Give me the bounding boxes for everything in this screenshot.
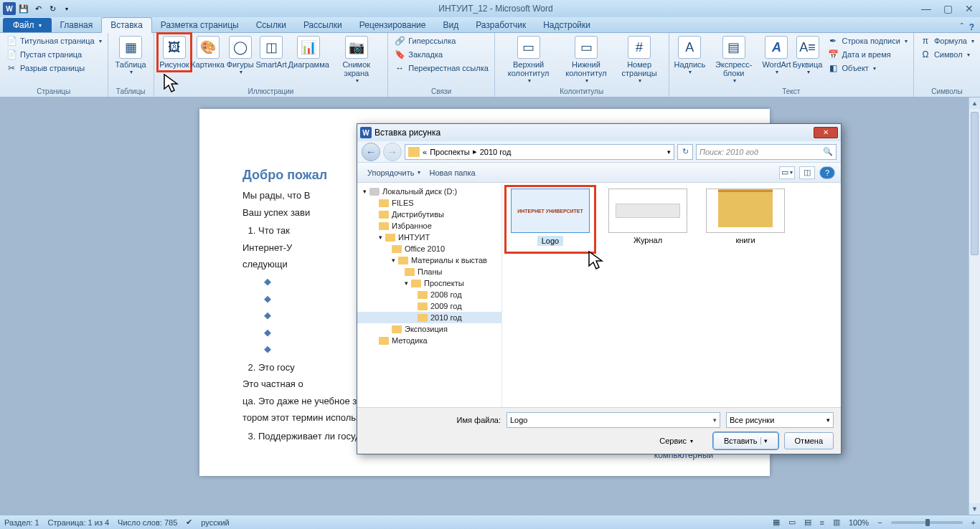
expand-icon[interactable]: ▾: [379, 234, 382, 241]
filename-input[interactable]: Logo▾: [507, 412, 720, 428]
folder-tree[interactable]: ▾Локальный диск (D:) FILES Дистрибутивы …: [357, 183, 502, 407]
word-icon: W: [360, 127, 372, 138]
refresh-button[interactable]: ↻: [677, 144, 693, 160]
undo-icon[interactable]: ↶: [32, 2, 44, 15]
help-icon[interactable]: ?: [969, 22, 974, 32]
folder-icon: [379, 199, 389, 207]
tab-layout[interactable]: Разметка страницы: [152, 18, 248, 32]
zoom-slider[interactable]: [891, 521, 963, 524]
save-icon[interactable]: 💾: [17, 2, 30, 15]
view-outline-icon[interactable]: ≡: [820, 518, 824, 527]
tab-references[interactable]: Ссылки: [248, 18, 295, 32]
search-input[interactable]: Поиск: 2010 год 🔍: [696, 144, 837, 160]
scroll-down-icon[interactable]: ▼: [969, 503, 980, 515]
insert-button[interactable]: Вставить▾: [713, 432, 778, 449]
folder-icon: [392, 325, 402, 333]
page-number-button[interactable]: # Номер страницы▾: [615, 34, 664, 85]
symbol-button[interactable]: ΩСимвол▾: [918, 48, 976, 61]
view-print-layout-icon[interactable]: ▦: [773, 518, 780, 527]
table-button[interactable]: ▦ Таблица▾: [113, 34, 149, 77]
expand-icon[interactable]: ▾: [392, 257, 395, 264]
blank-page-button[interactable]: 📄Пустая страница: [4, 48, 103, 61]
page-break-button[interactable]: ✂Разрыв страницы: [4, 62, 103, 75]
tab-insert[interactable]: Вставка: [101, 17, 152, 33]
zoom-out-button[interactable]: −: [877, 518, 882, 527]
new-folder-button[interactable]: Новая папка: [425, 167, 479, 178]
dialog-close-button[interactable]: ✕: [814, 127, 838, 138]
smartart-button[interactable]: ◫ SmartArt: [255, 34, 288, 70]
nav-forward-button[interactable]: →: [383, 143, 402, 161]
cancel-button[interactable]: Отмена: [784, 432, 834, 449]
expand-icon[interactable]: ▾: [405, 280, 408, 287]
zoom-level[interactable]: 100%: [849, 518, 869, 527]
tab-home[interactable]: Главная: [52, 18, 102, 32]
scroll-up-icon[interactable]: ▲: [969, 97, 980, 109]
chevron-down-icon[interactable]: ▾: [667, 148, 671, 156]
hyperlink-button[interactable]: 🔗Гиперссылка: [392, 34, 490, 47]
spellcheck-icon[interactable]: ✔: [186, 518, 192, 527]
view-mode-button[interactable]: ▭ ▾: [779, 166, 795, 179]
bookmark-button[interactable]: 🔖Закладка: [392, 48, 490, 61]
file-item-logo[interactable]: ИНТЕРНЕТ УНИВЕРСИТЕТ Logo: [508, 189, 593, 250]
status-section[interactable]: Раздел: 1: [4, 518, 39, 527]
header-icon: ▭: [517, 36, 540, 59]
preview-pane-button[interactable]: ◫: [799, 166, 815, 179]
file-item-journal[interactable]: Журнал: [606, 189, 690, 244]
object-button[interactable]: ◧Объект▾: [826, 62, 908, 75]
tools-button[interactable]: Сервис▾: [659, 437, 693, 445]
picture-button[interactable]: 🖼 Рисунок: [159, 34, 190, 70]
close-button[interactable]: ✕: [961, 2, 977, 15]
footer-button[interactable]: ▭ Нижний колонтитул▾: [557, 34, 614, 85]
status-page[interactable]: Страница: 1 из 4: [48, 518, 110, 527]
folder-icon: [379, 211, 389, 219]
file-filter-select[interactable]: Все рисунки▾: [726, 412, 834, 428]
header-button[interactable]: ▭ Верхний колонтитул▾: [499, 34, 558, 85]
dialog-title: Вставка рисунка: [374, 128, 440, 138]
minimize-button[interactable]: —: [918, 2, 934, 15]
view-draft-icon[interactable]: ▥: [833, 518, 840, 527]
equation-button[interactable]: πФормула▾: [918, 34, 976, 47]
group-symbols-label: Символы: [918, 87, 976, 97]
breadcrumb[interactable]: « Проспекты ▸ 2010 год ▾: [405, 144, 674, 160]
expand-icon[interactable]: ▾: [363, 188, 367, 195]
wordart-button[interactable]: A WordArt▾: [761, 34, 791, 77]
view-web-icon[interactable]: ▤: [804, 518, 811, 527]
quickparts-button[interactable]: ▤ Экспресс-блоки▾: [706, 34, 761, 85]
word-icon: W: [3, 2, 16, 15]
window-title: ИНТУИТ_12 - Microsoft Word: [73, 4, 918, 14]
tab-addins[interactable]: Надстройки: [534, 18, 599, 32]
status-words[interactable]: Число слов: 785: [118, 518, 177, 527]
textbox-button[interactable]: A Надпись▾: [674, 34, 707, 77]
crossref-button[interactable]: ↔Перекрестная ссылка: [392, 62, 490, 75]
clipart-button[interactable]: 🎨 Картинка: [190, 34, 225, 70]
file-list[interactable]: ИНТЕРНЕТ УНИВЕРСИТЕТ Logo Журнал книги: [502, 183, 841, 407]
organize-button[interactable]: Упорядочить ▾: [363, 167, 425, 178]
chart-button[interactable]: 📊 Диаграмма: [288, 34, 329, 70]
file-tab[interactable]: Файл▾: [3, 18, 52, 32]
folder-icon: [411, 280, 421, 287]
qat-dropdown-icon[interactable]: ▾: [60, 2, 73, 15]
cover-page-button[interactable]: 📄Титульная страница▾: [4, 34, 103, 47]
tab-view[interactable]: Вид: [434, 18, 467, 32]
nav-back-button[interactable]: ←: [362, 143, 380, 161]
maximize-button[interactable]: ▢: [940, 2, 956, 15]
tab-developer[interactable]: Разработчик: [467, 18, 534, 32]
redo-icon[interactable]: ↻: [46, 2, 59, 15]
ribbon-minimize-icon[interactable]: ˆ: [961, 22, 963, 32]
tab-review[interactable]: Рецензирование: [351, 18, 435, 32]
shapes-button[interactable]: ◯ Фигуры▾: [225, 34, 255, 77]
signature-line-button[interactable]: ✒Строка подписи▾: [826, 34, 908, 47]
file-item-books[interactable]: книги: [703, 189, 788, 244]
help-button[interactable]: ?: [819, 166, 835, 179]
dropcap-button[interactable]: A≡ Буквица▾: [792, 34, 824, 77]
screenshot-button[interactable]: 📷 Снимок экрана▾: [329, 34, 383, 85]
group-headers-label: Колонтитулы: [499, 87, 664, 97]
status-language[interactable]: русский: [201, 518, 229, 527]
search-icon: 🔍: [823, 147, 833, 156]
vertical-scrollbar[interactable]: ▲ ▼: [969, 97, 980, 515]
date-time-button[interactable]: 📅Дата и время: [826, 48, 908, 61]
zoom-in-button[interactable]: +: [971, 518, 976, 527]
view-fullscreen-icon[interactable]: ▭: [788, 518, 796, 527]
tab-mailings[interactable]: Рассылки: [295, 18, 351, 32]
scroll-thumb[interactable]: [971, 112, 979, 255]
